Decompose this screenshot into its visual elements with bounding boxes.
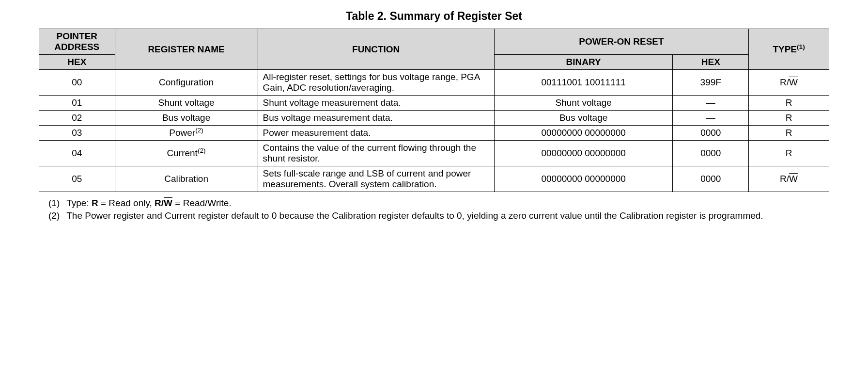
header-type-sup: (1) (797, 43, 805, 50)
cell-type: R/W (749, 70, 829, 96)
footnote-pre: Type: (66, 198, 92, 208)
header-function: FUNCTION (258, 29, 494, 70)
cell-hex-address: 00 (39, 70, 115, 96)
register-name-text: Current (167, 148, 198, 158)
table-row: 01Shunt voltageShunt voltage measurement… (39, 96, 829, 111)
cell-hex-val: 0000 (673, 166, 749, 192)
register-name-sup: (2) (198, 147, 206, 154)
footnote-number: (2) (48, 210, 60, 222)
footnote-bold2: R/W (155, 198, 172, 208)
cell-hex-val: 0000 (673, 141, 749, 166)
table-body: 00ConfigurationAll-register reset, setti… (39, 70, 829, 192)
cell-hex-address: 03 (39, 126, 115, 141)
footnote-pre: The Power register and Current register … (66, 210, 763, 221)
cell-binary: 00000000 00000000 (494, 141, 673, 166)
cell-hex-address: 02 (39, 111, 115, 126)
table-title: Table 2. Summary of Register Set (39, 10, 829, 23)
footnote-text: Type: R = Read only, R/W = Read/Write. (66, 197, 829, 210)
cell-function: Bus voltage measurement data. (258, 111, 494, 126)
cell-binary: Shunt voltage (494, 96, 673, 111)
register-name-text: Bus voltage (162, 113, 210, 123)
cell-function: All-register reset, settings for bus vol… (258, 70, 494, 96)
table-row: 04Current(2)Contains the value of the cu… (39, 141, 829, 166)
header-binary: BINARY (494, 55, 673, 70)
cell-function: Sets full-scale range and LSB of current… (258, 166, 494, 192)
register-name-text: Calibration (164, 174, 208, 184)
footnote-bold2-pre: R/ (155, 198, 164, 208)
register-name-text: Shunt voltage (158, 97, 214, 108)
cell-binary: 00111001 10011111 (494, 70, 673, 96)
header-hex-val: HEX (673, 55, 749, 70)
cell-function: Contains the value of the current flowin… (258, 141, 494, 166)
footnote: (2)The Power register and Current regist… (48, 210, 829, 222)
cell-binary: 00000000 00000000 (494, 166, 673, 192)
cell-register-name: Calibration (115, 166, 258, 192)
cell-function: Power measurement data. (258, 126, 494, 141)
register-name-text: Configuration (159, 77, 214, 87)
type-pre: R (786, 128, 792, 138)
footnote-bold2-over: W (164, 198, 172, 208)
cell-type: R/W (749, 166, 829, 192)
type-pre: R/ (780, 174, 789, 184)
footnote: (1)Type: R = Read only, R/W = Read/Write… (48, 197, 829, 210)
register-name-sup: (2) (195, 127, 203, 134)
footnotes: (1)Type: R = Read only, R/W = Read/Write… (39, 197, 829, 222)
cell-hex-val: 399F (673, 70, 749, 96)
cell-type: R (749, 141, 829, 166)
table-row: 03Power(2)Power measurement data.0000000… (39, 126, 829, 141)
footnote-bold1: R (92, 198, 98, 208)
type-pre: R (786, 148, 792, 158)
cell-hex-address: 05 (39, 166, 115, 192)
cell-register-name: Current(2) (115, 141, 258, 166)
register-table: POINTER ADDRESS REGISTER NAME FUNCTION P… (39, 29, 829, 192)
table-row: 05CalibrationSets full-scale range and L… (39, 166, 829, 192)
cell-register-name: Configuration (115, 70, 258, 96)
cell-type: R (749, 126, 829, 141)
header-hex: HEX (39, 55, 115, 70)
header-pointer-address: POINTER ADDRESS (39, 29, 115, 55)
type-pre: R (786, 97, 792, 108)
cell-type: R (749, 96, 829, 111)
footnote-post: = Read/Write. (172, 198, 232, 208)
cell-hex-address: 04 (39, 141, 115, 166)
type-pre: R (786, 113, 792, 123)
header-type-label: TYPE (773, 44, 797, 54)
footnote-mid1: = Read only, (98, 198, 155, 208)
register-name-text: Power (169, 128, 195, 138)
footnote-text: The Power register and Current register … (66, 210, 829, 222)
cell-register-name: Bus voltage (115, 111, 258, 126)
cell-hex-address: 01 (39, 96, 115, 111)
header-power-on-reset: POWER-ON RESET (494, 29, 748, 55)
type-over: W (789, 77, 798, 87)
footnote-number: (1) (48, 197, 60, 210)
header-register-name: REGISTER NAME (115, 29, 258, 70)
table-row: 02Bus voltageBus voltage measurement dat… (39, 111, 829, 126)
cell-hex-val: — (673, 96, 749, 111)
cell-register-name: Power(2) (115, 126, 258, 141)
cell-binary: Bus voltage (494, 111, 673, 126)
cell-binary: 00000000 00000000 (494, 126, 673, 141)
header-type: TYPE(1) (749, 29, 829, 70)
cell-hex-val: 0000 (673, 126, 749, 141)
cell-type: R (749, 111, 829, 126)
type-pre: R/ (780, 77, 789, 87)
cell-function: Shunt voltage measurement data. (258, 96, 494, 111)
type-over: W (789, 174, 798, 184)
cell-register-name: Shunt voltage (115, 96, 258, 111)
cell-hex-val: — (673, 111, 749, 126)
table-row: 00ConfigurationAll-register reset, setti… (39, 70, 829, 96)
